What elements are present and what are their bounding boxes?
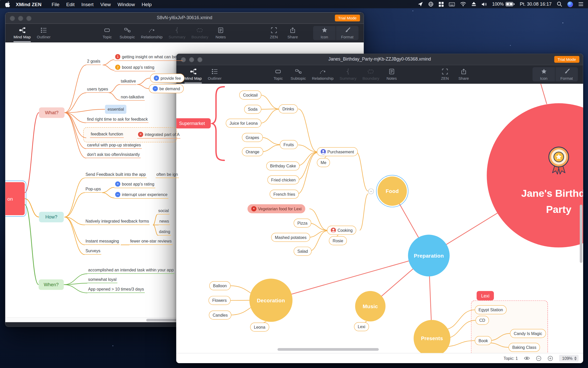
toolbar-relationship-button[interactable]: Relationship [309, 65, 336, 83]
zoom-stepper[interactable] [574, 356, 577, 360]
location-icon[interactable] [418, 2, 423, 7]
toolbar-share-button[interactable]: Share [283, 24, 302, 42]
topic-getting-insight[interactable]: 1getting insight on what can be im [114, 54, 183, 61]
topic-app-opened[interactable]: App opened > 10 times/3 days [87, 287, 145, 293]
topic-natively-integrated[interactable]: Natively integrated feedback forms [85, 219, 150, 225]
menu-file[interactable]: File [48, 1, 63, 7]
topic-send-feedback[interactable]: Send Feedback built into the app [85, 172, 146, 178]
toolbar-format-button[interactable]: Format [555, 67, 578, 81]
topic-dating[interactable]: dating [158, 229, 171, 236]
topic-balloon[interactable]: Balloon [209, 281, 230, 290]
keyboard-icon[interactable] [449, 2, 455, 6]
close-button[interactable] [10, 16, 15, 21]
topic-french-fries[interactable]: French fries [270, 190, 299, 199]
toolbar-mindmap-button[interactable]: Mind Map [181, 65, 205, 83]
toolbar-mindmap-button[interactable]: Mind Map [10, 24, 34, 42]
topic-essential[interactable]: essential [105, 105, 126, 114]
battery-status[interactable]: 100% [492, 2, 515, 7]
topic-lexi-music[interactable]: Lexi [354, 322, 369, 331]
topic-preparation[interactable]: Preparation [408, 235, 450, 276]
topic-leona[interactable]: Leona [250, 323, 269, 331]
trial-mode-badge[interactable]: Trial Mode [554, 56, 579, 63]
topic-talkative[interactable]: talkative [120, 79, 137, 85]
front-titlebar[interactable]: Janes_Birthday_Party-mjKb-ZZJBgy0-05368.… [176, 54, 583, 65]
topic-interrupt-ux[interactable]: −interrupt user experience [114, 192, 168, 199]
toolbar-icon-button[interactable]: Icon [313, 26, 336, 40]
zoom-button[interactable] [197, 57, 203, 62]
topic-boost-rating-1[interactable]: 2boost app's rating [114, 65, 155, 71]
toolbar-relationship-button[interactable]: Relationship [138, 24, 165, 42]
topic-boost-rating-2[interactable]: +boost app's rating [114, 181, 155, 188]
siri-icon[interactable] [567, 1, 573, 7]
topic-question[interactable]: on [5, 182, 25, 215]
topic-book[interactable]: Book [475, 336, 492, 345]
toolbar-subtopic-button[interactable]: Subtopic [117, 24, 138, 42]
topic-integrated-part[interactable]: ×integrated part of A [137, 132, 180, 139]
topic-fried-chicken[interactable]: Fried chicken [267, 175, 300, 184]
topic-purchasement[interactable]: Purchasement [317, 147, 358, 156]
topic-popups[interactable]: Pop-ups [85, 187, 102, 193]
search-icon[interactable] [557, 2, 562, 7]
toolbar-notes-button[interactable]: Notes [211, 24, 230, 42]
topic-fruits[interactable]: Fruits [280, 140, 298, 149]
topic-me[interactable]: Me [317, 158, 330, 167]
toolbar-outliner-button[interactable]: Outliner [205, 65, 225, 83]
mindmap-canvas[interactable]: Jane's Birthday Party SupermarketCocktai… [176, 84, 583, 353]
topic-salad[interactable]: Salad [294, 247, 312, 256]
menu-bar-clock[interactable]: Pt. 30.08 16:17 [520, 2, 552, 7]
topic-cd[interactable]: CD [475, 316, 489, 325]
topic-users-types[interactable]: users types [86, 87, 109, 93]
toolbar-zen-button[interactable]: ZEN [265, 24, 283, 42]
topic-food[interactable]: Food [378, 177, 407, 206]
topic-how[interactable]: How? [39, 212, 64, 222]
topic-non-talkative[interactable]: non-talkative [120, 95, 145, 101]
toolbar-outliner-button[interactable]: Outliner [34, 24, 54, 42]
topic-soda[interactable]: Soda [244, 105, 261, 114]
topic-careful-popups[interactable]: careful with pop-up strategies [86, 143, 142, 149]
app-menu-title[interactable]: XMind ZEN [16, 1, 42, 7]
menu-insert[interactable]: Insert [78, 1, 97, 7]
topic-be-demanding[interactable]: −be demand [149, 84, 184, 93]
topic-surveys[interactable]: Surveys [85, 249, 101, 255]
topic-pizza[interactable]: Pizza [294, 218, 311, 227]
topic-drinks[interactable]: Drinks [279, 104, 298, 113]
zoom-out-icon[interactable] [536, 355, 542, 361]
topic-find-right-time[interactable]: find right time to ask for feedback [86, 117, 149, 123]
minimize-button[interactable] [18, 16, 23, 21]
topic-music[interactable]: Music [355, 291, 386, 321]
back-titlebar[interactable]: S8vN-yI6xJvP-30616.xmind Trial Mode [5, 12, 364, 24]
volume-icon[interactable] [481, 2, 487, 7]
topic-often-ignored[interactable]: often be ign [156, 172, 179, 178]
topic-cooking[interactable]: Cooking [327, 226, 356, 235]
collapse-toggle[interactable]: − [368, 189, 374, 194]
toolbar-topic-button[interactable]: Topic [98, 24, 116, 42]
topic-candy-is-magic[interactable]: Candy Is Magic [510, 329, 546, 338]
topic-juice-for-leona[interactable]: Juice for Leona [226, 119, 262, 128]
topic-accomplished-task[interactable]: accomplished an intended task within you… [87, 268, 174, 274]
topic-decoration[interactable]: Decoration [249, 279, 292, 322]
topic-vegetarian-food[interactable]: ×Vegetarian food for Lexi [248, 204, 305, 213]
menu-view[interactable]: View [97, 1, 114, 7]
window-grid-icon[interactable] [438, 2, 443, 7]
menu-edit[interactable]: Edit [63, 1, 78, 7]
horizontal-scrollbar-thumb[interactable] [277, 348, 379, 351]
topic-birthday-cake[interactable]: Birthday Cake [266, 162, 300, 170]
topic-mashed-potatoes[interactable]: Mashed potatoes [271, 233, 310, 242]
topic-2-goals[interactable]: 2 goals [86, 59, 101, 65]
topic-news[interactable]: news [159, 219, 170, 225]
topic-instant-messaging[interactable]: Instant messaging [85, 239, 120, 245]
topic-flowers[interactable]: Flowers [209, 296, 230, 305]
notification-center-icon[interactable] [578, 2, 584, 6]
topic-somewhat-loyal[interactable]: somewhat loyal [87, 277, 117, 283]
toolbar-notes-button[interactable]: Notes [382, 65, 401, 83]
topic-grapes[interactable]: Grapes [242, 133, 263, 142]
topic-feedback-function[interactable]: feedback function [90, 132, 124, 138]
topic-candles[interactable]: Candles [209, 310, 231, 319]
eject-icon[interactable] [471, 2, 476, 6]
topic-orange[interactable]: Orange [242, 147, 263, 156]
zoom-button[interactable] [26, 16, 32, 21]
globe-icon[interactable] [428, 2, 433, 7]
toolbar-share-button[interactable]: Share [454, 65, 473, 83]
toolbar-format-button[interactable]: Format [336, 26, 359, 40]
menu-window[interactable]: Window [114, 1, 138, 7]
